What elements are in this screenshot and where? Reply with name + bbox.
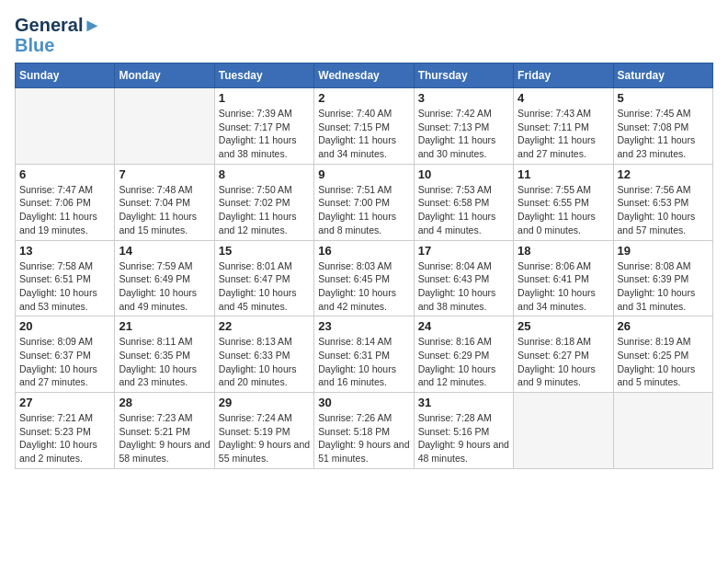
daylight-label: Daylight: 11 hours and 8 minutes. — [318, 211, 396, 236]
day-info: Sunrise: 8:16 AM Sunset: 6:29 PM Dayligh… — [418, 335, 509, 389]
daylight-label: Daylight: 10 hours and 2 minutes. — [19, 439, 97, 464]
sunset-label: Sunset: 6:43 PM — [418, 273, 490, 284]
daylight-label: Daylight: 10 hours and 16 minutes. — [318, 363, 396, 388]
day-info: Sunrise: 8:06 AM Sunset: 6:41 PM Dayligh… — [518, 259, 609, 314]
sunrise-label: Sunrise: 7:47 AM — [19, 184, 93, 195]
weekday-header: Monday — [115, 63, 214, 88]
sunrise-label: Sunrise: 8:13 AM — [219, 336, 292, 347]
logo-blue: Blue — [15, 35, 101, 55]
day-info: Sunrise: 7:48 AM Sunset: 7:04 PM Dayligh… — [119, 183, 210, 237]
sunrise-label: Sunrise: 8:01 AM — [219, 260, 292, 271]
weekday-header: Wednesday — [314, 63, 414, 88]
daylight-label: Daylight: 11 hours and 19 minutes. — [19, 211, 97, 236]
calendar-week-row: 1 Sunrise: 7:39 AM Sunset: 7:17 PM Dayli… — [16, 88, 713, 165]
daylight-label: Daylight: 11 hours and 0 minutes. — [518, 211, 596, 236]
sunrise-label: Sunrise: 8:18 AM — [518, 336, 591, 347]
day-number: 9 — [318, 167, 409, 181]
day-info: Sunrise: 7:53 AM Sunset: 6:58 PM Dayligh… — [418, 183, 509, 237]
sunset-label: Sunset: 6:55 PM — [518, 197, 589, 208]
day-info: Sunrise: 7:42 AM Sunset: 7:13 PM Dayligh… — [418, 107, 509, 161]
day-info: Sunrise: 7:55 AM Sunset: 6:55 PM Dayligh… — [518, 183, 609, 237]
daylight-label: Daylight: 9 hours and 58 minutes. — [119, 439, 210, 464]
calendar-cell: 17 Sunrise: 8:04 AM Sunset: 6:43 PM Dayl… — [414, 240, 513, 316]
day-number: 23 — [318, 319, 409, 333]
day-info: Sunrise: 7:24 AM Sunset: 5:19 PM Dayligh… — [219, 411, 310, 465]
day-info: Sunrise: 7:43 AM Sunset: 7:11 PM Dayligh… — [518, 107, 609, 161]
sunset-label: Sunset: 6:41 PM — [518, 273, 589, 284]
calendar-cell — [613, 393, 712, 469]
daylight-label: Daylight: 10 hours and 20 minutes. — [219, 363, 297, 388]
calendar-cell: 1 Sunrise: 7:39 AM Sunset: 7:17 PM Dayli… — [214, 88, 313, 165]
calendar-cell: 5 Sunrise: 7:45 AM Sunset: 7:08 PM Dayli… — [613, 88, 712, 165]
day-info: Sunrise: 7:56 AM Sunset: 6:53 PM Dayligh… — [618, 183, 709, 237]
daylight-label: Daylight: 10 hours and 42 minutes. — [318, 287, 396, 312]
weekday-header: Friday — [514, 63, 613, 88]
day-number: 15 — [219, 244, 310, 258]
day-info: Sunrise: 7:21 AM Sunset: 5:23 PM Dayligh… — [19, 411, 110, 465]
calendar-cell: 8 Sunrise: 7:50 AM Sunset: 7:02 PM Dayli… — [214, 164, 313, 240]
daylight-label: Daylight: 11 hours and 15 minutes. — [119, 211, 197, 236]
daylight-label: Daylight: 10 hours and 31 minutes. — [618, 287, 696, 312]
day-number: 30 — [318, 396, 409, 409]
day-info: Sunrise: 7:28 AM Sunset: 5:16 PM Dayligh… — [418, 411, 509, 465]
day-info: Sunrise: 8:08 AM Sunset: 6:39 PM Dayligh… — [618, 259, 709, 314]
weekday-header-row: SundayMondayTuesdayWednesdayThursdayFrid… — [16, 63, 713, 88]
sunset-label: Sunset: 6:39 PM — [618, 273, 689, 284]
day-info: Sunrise: 8:11 AM Sunset: 6:35 PM Dayligh… — [119, 335, 210, 389]
sunset-label: Sunset: 7:11 PM — [518, 121, 589, 132]
page-header: General► Blue — [15, 15, 713, 55]
daylight-label: Daylight: 9 hours and 48 minutes. — [418, 439, 509, 464]
sunset-label: Sunset: 6:53 PM — [618, 197, 689, 208]
calendar-cell: 21 Sunrise: 8:11 AM Sunset: 6:35 PM Dayl… — [115, 316, 214, 393]
sunrise-label: Sunrise: 7:24 AM — [219, 412, 292, 423]
sunset-label: Sunset: 7:13 PM — [418, 121, 490, 132]
calendar-cell: 22 Sunrise: 8:13 AM Sunset: 6:33 PM Dayl… — [214, 316, 313, 393]
day-number: 16 — [318, 244, 409, 258]
daylight-label: Daylight: 11 hours and 12 minutes. — [219, 211, 297, 236]
calendar-cell: 20 Sunrise: 8:09 AM Sunset: 6:37 PM Dayl… — [16, 316, 115, 393]
sunrise-label: Sunrise: 7:55 AM — [518, 184, 591, 195]
calendar-cell: 13 Sunrise: 7:58 AM Sunset: 6:51 PM Dayl… — [16, 240, 115, 316]
day-number: 5 — [618, 91, 709, 105]
day-number: 19 — [618, 244, 709, 258]
day-info: Sunrise: 7:59 AM Sunset: 6:49 PM Dayligh… — [119, 259, 210, 314]
sunrise-label: Sunrise: 8:03 AM — [318, 260, 392, 271]
day-number: 18 — [518, 244, 609, 258]
sunrise-label: Sunrise: 7:39 AM — [219, 108, 292, 119]
day-info: Sunrise: 8:13 AM Sunset: 6:33 PM Dayligh… — [219, 335, 310, 389]
daylight-label: Daylight: 10 hours and 38 minutes. — [418, 287, 496, 312]
sunrise-label: Sunrise: 7:26 AM — [318, 412, 392, 423]
sunrise-label: Sunrise: 7:50 AM — [219, 184, 292, 195]
sunrise-label: Sunrise: 8:16 AM — [418, 336, 492, 347]
calendar-cell: 24 Sunrise: 8:16 AM Sunset: 6:29 PM Dayl… — [414, 316, 513, 393]
daylight-label: Daylight: 10 hours and 49 minutes. — [119, 287, 197, 312]
calendar-week-row: 20 Sunrise: 8:09 AM Sunset: 6:37 PM Dayl… — [16, 316, 713, 393]
daylight-label: Daylight: 11 hours and 38 minutes. — [219, 134, 297, 159]
sunrise-label: Sunrise: 8:19 AM — [618, 336, 691, 347]
sunset-label: Sunset: 5:19 PM — [219, 426, 290, 437]
sunrise-label: Sunrise: 8:09 AM — [19, 336, 93, 347]
calendar-week-row: 6 Sunrise: 7:47 AM Sunset: 7:06 PM Dayli… — [16, 164, 713, 240]
day-info: Sunrise: 7:45 AM Sunset: 7:08 PM Dayligh… — [618, 107, 709, 161]
sunrise-label: Sunrise: 7:56 AM — [618, 184, 691, 195]
calendar-cell: 7 Sunrise: 7:48 AM Sunset: 7:04 PM Dayli… — [115, 164, 214, 240]
day-number: 25 — [518, 319, 609, 333]
sunset-label: Sunset: 7:04 PM — [119, 197, 190, 208]
sunset-label: Sunset: 7:06 PM — [19, 197, 91, 208]
sunrise-label: Sunrise: 7:43 AM — [518, 108, 591, 119]
sunrise-label: Sunrise: 7:42 AM — [418, 108, 492, 119]
day-number: 26 — [618, 319, 709, 333]
sunrise-label: Sunrise: 7:28 AM — [418, 412, 492, 423]
day-number: 8 — [219, 167, 310, 181]
day-info: Sunrise: 8:18 AM Sunset: 6:27 PM Dayligh… — [518, 335, 609, 389]
weekday-header: Sunday — [16, 63, 115, 88]
calendar-cell: 15 Sunrise: 8:01 AM Sunset: 6:47 PM Dayl… — [214, 240, 313, 316]
sunset-label: Sunset: 6:33 PM — [219, 350, 290, 361]
daylight-label: Daylight: 11 hours and 4 minutes. — [418, 211, 496, 236]
day-number: 4 — [518, 91, 609, 105]
daylight-label: Daylight: 10 hours and 27 minutes. — [19, 363, 97, 388]
calendar-cell: 25 Sunrise: 8:18 AM Sunset: 6:27 PM Dayl… — [514, 316, 613, 393]
calendar-cell: 16 Sunrise: 8:03 AM Sunset: 6:45 PM Dayl… — [314, 240, 414, 316]
calendar-cell — [16, 88, 115, 165]
day-info: Sunrise: 8:19 AM Sunset: 6:25 PM Dayligh… — [618, 335, 709, 389]
